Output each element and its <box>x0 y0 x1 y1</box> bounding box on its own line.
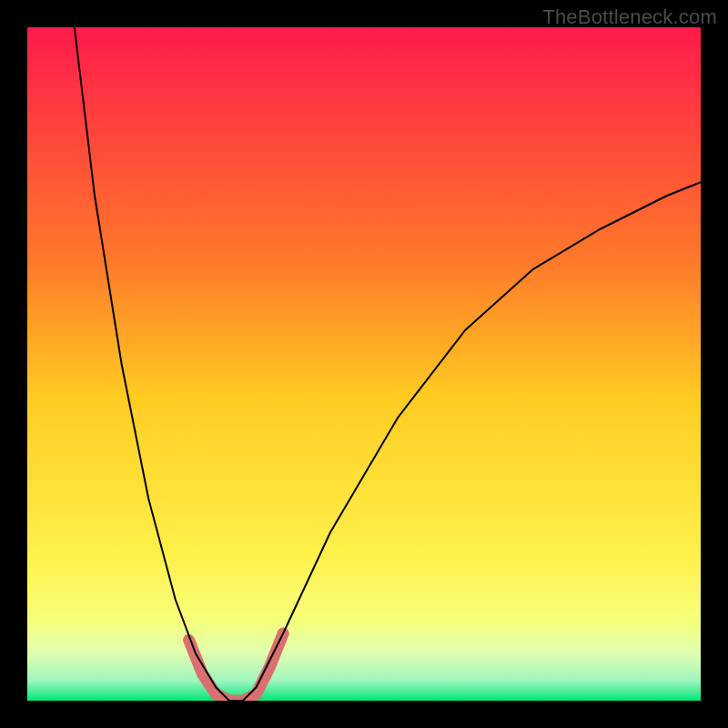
plot-area <box>27 27 701 701</box>
bottleneck-curve-path <box>75 27 701 701</box>
curve-layer <box>27 27 701 701</box>
watermark-text: TheBottleneck.com <box>542 5 717 29</box>
chart-frame: TheBottleneck.com <box>0 0 728 728</box>
